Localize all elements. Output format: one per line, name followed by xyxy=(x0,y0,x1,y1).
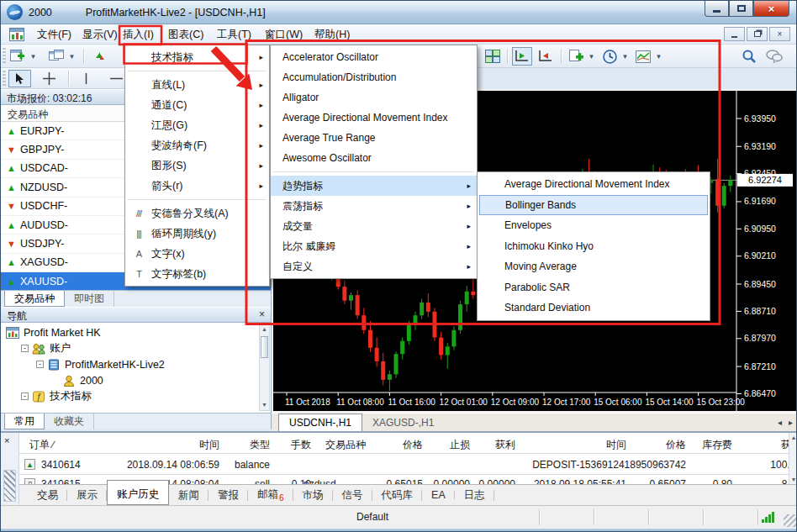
menu-item[interactable]: 比尔 威廉姆▸ xyxy=(271,236,477,256)
menu-item[interactable]: Accumulation/Distribution xyxy=(271,67,477,87)
menu-item[interactable]: Parabolic SAR xyxy=(478,277,710,298)
chart-tab[interactable]: XAGUSD-,H1 xyxy=(362,414,444,431)
navigator-tab[interactable]: 常用 xyxy=(4,413,45,429)
terminal-tab[interactable]: 账户历史 xyxy=(107,480,169,505)
menu-item[interactable]: 斐波纳奇(F)▸ xyxy=(125,135,269,155)
scroll-up-icon[interactable]: ▲ xyxy=(789,433,797,442)
profile-name[interactable]: Default xyxy=(356,511,388,523)
child-minimize-button[interactable] xyxy=(724,27,745,41)
periods-dropdown[interactable]: ▼ xyxy=(620,47,630,66)
resize-grip[interactable] xyxy=(784,514,796,527)
menu-item[interactable]: |||循环周期线(y) xyxy=(125,224,269,244)
menu-item[interactable]: 图形(S)▸ xyxy=(125,155,269,176)
navigator-close-icon[interactable]: × xyxy=(259,309,265,320)
auto-scroll-button[interactable] xyxy=(512,47,532,66)
add-indicator-dropdown[interactable]: ▼ xyxy=(587,47,596,66)
tree-item[interactable]: -账户 xyxy=(1,340,259,356)
market-watch-button[interactable] xyxy=(90,47,110,66)
navigator-tab[interactable]: 收藏夹 xyxy=(45,413,94,429)
terminal-tab[interactable]: 新闻 xyxy=(169,486,208,505)
menu-item[interactable]: 江恩(G)▸ xyxy=(125,115,269,135)
minimize-button[interactable] xyxy=(705,1,729,17)
menu-item[interactable]: 趋势指标▸ xyxy=(271,176,477,196)
close-button[interactable]: × xyxy=(753,1,789,17)
terminal-tab[interactable]: 日志 xyxy=(455,486,494,505)
navigator-scrollbar[interactable]: ▲ ▼ xyxy=(259,324,270,411)
scroll-down-icon[interactable]: ▼ xyxy=(789,475,797,484)
market-watch-tab[interactable]: 即时图 xyxy=(65,291,114,307)
market-watch-tab[interactable]: 交易品种 xyxy=(4,291,65,307)
tab-scroll-right-icon[interactable]: ▸ xyxy=(789,418,793,427)
terminal-tab[interactable]: 展示 xyxy=(67,486,107,505)
cursor-tool-button[interactable] xyxy=(8,70,31,87)
tree-expander[interactable]: - xyxy=(36,361,44,368)
tree-item[interactable]: 2000 xyxy=(1,372,259,388)
menu-item[interactable]: T文字标签(b) xyxy=(125,264,269,284)
new-order-dropdown[interactable]: ▼ xyxy=(29,47,38,66)
menu-item[interactable]: Standard Deviation xyxy=(478,298,710,319)
chart-tab[interactable]: USDCNH-,H1 xyxy=(278,413,362,431)
scroll-down-icon[interactable]: ▼ xyxy=(260,400,269,410)
menu-item[interactable]: 通道(C)▸ xyxy=(125,95,269,115)
menu-item[interactable]: Average Directional Movement Index xyxy=(478,174,710,195)
child-restore-button[interactable] xyxy=(747,27,768,41)
tree-item[interactable]: -ProfitMarketHK-Live2 xyxy=(1,356,259,372)
templates-dropdown[interactable]: ▼ xyxy=(654,47,663,66)
menu-item[interactable]: Awesome Oscillator xyxy=(271,148,477,168)
tree-item[interactable]: Profit Market HK xyxy=(1,324,259,340)
menu-item[interactable]: 直线(L)▸ xyxy=(125,75,269,95)
scrollbar-thumb[interactable] xyxy=(261,336,268,358)
menubar-item-1[interactable]: 文件(F) xyxy=(34,26,74,43)
tree-item[interactable]: -ƒ技术指标 xyxy=(1,388,259,404)
menu-item[interactable]: Moving Average xyxy=(478,256,710,277)
chat-button[interactable] xyxy=(764,47,784,66)
terminal-grip[interactable] xyxy=(3,470,16,502)
menubar-item-5[interactable]: 工具(T) xyxy=(214,26,254,43)
maximize-button[interactable] xyxy=(729,1,753,17)
tree-expander[interactable]: - xyxy=(21,392,29,400)
toolbar-grip[interactable] xyxy=(3,48,6,64)
menu-item[interactable]: 自定义▸ xyxy=(271,256,477,277)
menu-item[interactable]: Envelopes xyxy=(478,215,710,236)
menu-item[interactable]: Ichimoku Kinko Hyo xyxy=(478,236,710,257)
menu-item[interactable]: Alligator xyxy=(271,87,477,108)
terminal-scrollbar[interactable]: ▲ ▼ xyxy=(789,433,797,484)
tree-expander[interactable]: - xyxy=(21,345,29,352)
menu-item[interactable]: Accelerator Oscillator xyxy=(271,47,477,67)
terminal-tab[interactable]: 代码库 xyxy=(372,486,423,505)
terminal-tab[interactable]: 交易 xyxy=(28,486,67,505)
menu-item[interactable]: 成交量▸ xyxy=(271,216,477,236)
terminal-tab[interactable]: 信号 xyxy=(333,486,372,505)
crosshair-tool-button[interactable] xyxy=(38,70,61,87)
menubar-item-4[interactable]: 图表(C) xyxy=(166,26,206,43)
menu-item[interactable]: 箭头(r)▸ xyxy=(125,176,269,196)
tile-windows-button[interactable] xyxy=(483,47,503,66)
toolbar-grip[interactable] xyxy=(3,71,6,87)
navigator-header[interactable]: 导航 × xyxy=(1,307,271,323)
scroll-up-icon[interactable]: ▲ xyxy=(260,324,269,334)
templates-button[interactable] xyxy=(633,47,653,66)
profiles-button[interactable] xyxy=(46,47,66,66)
terminal-close-icon[interactable]: × xyxy=(4,435,9,445)
menu-item[interactable]: Average Directional Movement Index xyxy=(271,108,477,128)
periods-button[interactable] xyxy=(599,47,620,66)
menubar-item-2[interactable]: 显示(V) xyxy=(80,26,120,43)
menubar-item-6[interactable]: 窗口(W) xyxy=(262,26,305,43)
terminal-tab[interactable]: 邮箱6 xyxy=(248,485,293,505)
menu-item[interactable]: 技术指标▸ xyxy=(125,47,269,67)
new-order-button[interactable] xyxy=(8,47,28,66)
menubar-item-3[interactable]: 插入(I) xyxy=(120,26,156,43)
terminal-tab[interactable]: 市场 xyxy=(293,486,333,505)
tab-scroll-left-icon[interactable]: ◂ xyxy=(778,418,782,427)
menubar-item-7[interactable]: 帮助(H) xyxy=(312,26,352,43)
menu-item[interactable]: ///安德鲁分叉线(A) xyxy=(125,203,269,224)
vertical-line-tool-button[interactable] xyxy=(75,70,98,87)
terminal-tab[interactable]: 警报 xyxy=(208,486,248,505)
add-indicator-button[interactable] xyxy=(566,47,586,66)
chart-shift-button[interactable] xyxy=(536,47,556,66)
menu-item[interactable]: A文字(x) xyxy=(125,244,269,264)
menu-item[interactable]: 震荡指标▸ xyxy=(271,196,477,216)
menu-item[interactable]: Average True Range xyxy=(271,128,477,148)
child-close-button[interactable]: × xyxy=(769,27,790,41)
menu-item[interactable]: Bollinger Bands xyxy=(479,195,708,216)
